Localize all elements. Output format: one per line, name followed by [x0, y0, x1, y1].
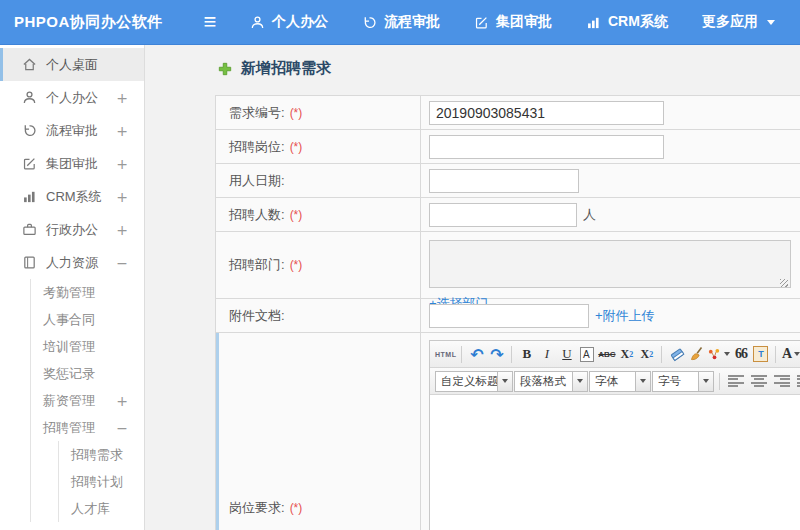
- sidebar-item-personnel-contract[interactable]: 人事合同: [31, 306, 144, 333]
- editor-toolbar-row1: HTML ↶ ↷ B I U A ABC X2 X2: [430, 341, 800, 368]
- user-icon: [250, 15, 265, 30]
- font-family-select[interactable]: 字体: [589, 371, 651, 392]
- app-logo: PHPOA协同办公软件: [0, 13, 192, 32]
- undo-button[interactable]: ↶: [467, 344, 486, 365]
- nav-item-personal-office[interactable]: 个人办公: [250, 13, 328, 31]
- user-icon: [22, 90, 37, 105]
- html-source-button[interactable]: HTML: [435, 344, 456, 365]
- format-painter-button[interactable]: [707, 344, 730, 365]
- nav-item-group-approval[interactable]: 集团审批: [474, 13, 552, 31]
- sidebar-item-reward-punishment-records[interactable]: 奖惩记录: [31, 360, 144, 387]
- nav-item-more-apps[interactable]: 更多应用: [702, 13, 775, 31]
- hr-submenu: 考勤管理 人事合同 培训管理 奖惩记录 薪资管理 + 招聘管理 − 招聘需求 招…: [30, 279, 144, 522]
- position-input[interactable]: [429, 135, 664, 159]
- redo-button[interactable]: ↷: [487, 344, 506, 365]
- char-border-button[interactable]: A: [580, 347, 594, 362]
- sidebar-item-personal-office[interactable]: 个人办公 +: [0, 81, 144, 114]
- chevron-down-icon: [724, 352, 730, 356]
- sidebar-item-human-resources[interactable]: 人力资源 −: [0, 246, 144, 279]
- expand-icon[interactable]: +: [116, 123, 128, 139]
- sidebar-item-personal-desktop[interactable]: 个人桌面: [0, 48, 144, 81]
- nav-label: CRM系统: [608, 13, 668, 31]
- form-row-headcount: 招聘人数: (*) 人: [216, 198, 800, 232]
- sidebar: 个人桌面 个人办公 + 流程审批 + 集团审批 + CRM系统 + 行政办公 +…: [0, 45, 145, 530]
- nav-item-workflow-approval[interactable]: 流程审批: [362, 13, 440, 31]
- field-label: 岗位要求:: [229, 499, 285, 517]
- date-input[interactable]: [429, 169, 579, 193]
- sidebar-item-recruitment-plan[interactable]: 招聘计划: [59, 468, 144, 495]
- nav-label: 集团审批: [496, 13, 552, 31]
- collapse-icon[interactable]: −: [116, 255, 128, 271]
- field-label: 招聘人数:: [229, 206, 285, 224]
- edit-icon: [22, 156, 37, 171]
- required-mark: (*): [290, 208, 303, 222]
- blockquote-button[interactable]: 66: [731, 344, 750, 365]
- collapse-icon[interactable]: −: [116, 420, 128, 436]
- eraser-button[interactable]: [667, 344, 686, 365]
- required-mark: (*): [290, 501, 303, 515]
- flow-icon: [362, 15, 377, 30]
- field-label: 招聘岗位:: [229, 138, 285, 156]
- chart-icon: [22, 189, 37, 204]
- nav-item-crm-system[interactable]: CRM系统: [586, 13, 668, 31]
- sidebar-item-attendance-management[interactable]: 考勤管理: [31, 279, 144, 306]
- strikethrough-button[interactable]: ABC: [597, 344, 616, 365]
- expand-icon[interactable]: +: [116, 222, 128, 238]
- field-label: 附件文档:: [229, 307, 285, 325]
- demand-no-input[interactable]: [429, 101, 664, 125]
- expand-icon[interactable]: +: [116, 156, 128, 172]
- expand-icon[interactable]: +: [116, 90, 128, 106]
- underline-button[interactable]: U: [557, 344, 576, 365]
- clipboard-icon: T: [753, 346, 768, 362]
- attachment-input[interactable]: [429, 304, 589, 328]
- required-mark: (*): [290, 258, 303, 272]
- flow-icon: [22, 123, 37, 138]
- top-nav: 个人办公 流程审批 集团审批 CRM系统 更多应用: [250, 13, 775, 31]
- edit-icon: [474, 15, 489, 30]
- expand-icon[interactable]: +: [116, 393, 128, 409]
- sidebar-item-training-management[interactable]: 培训管理: [31, 333, 144, 360]
- sidebar-item-recruitment-demand[interactable]: 招聘需求: [59, 441, 144, 468]
- sidebar-item-recruitment-management[interactable]: 招聘管理 −: [31, 414, 144, 441]
- format-brush-button[interactable]: [687, 344, 706, 365]
- field-label: 招聘部门:: [229, 256, 285, 274]
- sidebar-item-group-approval[interactable]: 集团审批 +: [0, 147, 144, 180]
- editor-content-area[interactable]: [430, 395, 800, 530]
- field-label: 用人日期:: [229, 172, 285, 190]
- sidebar-item-administrative-office[interactable]: 行政办公 +: [0, 213, 144, 246]
- toolbar-separator: [511, 346, 512, 363]
- chart-icon: [586, 15, 601, 30]
- align-center-button[interactable]: [751, 375, 767, 388]
- department-textarea-wrap: [429, 240, 791, 292]
- sidebar-item-label: 个人办公: [46, 89, 98, 107]
- bold-button[interactable]: B: [517, 344, 536, 365]
- hamburger-menu-icon[interactable]: ≡: [192, 11, 228, 33]
- superscript-button[interactable]: X2: [617, 344, 636, 365]
- chevron-down-icon: [635, 372, 650, 391]
- sidebar-item-crm-system[interactable]: CRM系统 +: [0, 180, 144, 213]
- font-color-button[interactable]: A: [781, 344, 800, 365]
- align-left-button[interactable]: [728, 375, 744, 388]
- department-textarea[interactable]: [429, 240, 791, 288]
- main-content: 新增招聘需求 需求编号: (*) 招聘岗位: (*) 用人日期:: [146, 45, 800, 530]
- sidebar-item-label: CRM系统: [46, 188, 102, 206]
- sidebar-item-workflow-approval[interactable]: 流程审批 +: [0, 114, 144, 147]
- italic-button[interactable]: I: [537, 344, 556, 365]
- sidebar-item-salary-management[interactable]: 薪资管理 +: [31, 387, 144, 414]
- headcount-unit: 人: [583, 206, 596, 224]
- expand-icon[interactable]: +: [116, 189, 128, 205]
- field-label: 需求编号:: [229, 104, 285, 122]
- attachment-upload-link[interactable]: +附件上传: [595, 307, 655, 325]
- paste-plain-button[interactable]: T: [751, 344, 770, 365]
- align-right-button[interactable]: [774, 375, 790, 388]
- top-bar: PHPOA协同办公软件 ≡ 个人办公 流程审批 集团审批 CRM系统 更多应用: [0, 0, 800, 45]
- form-row-demand-no: 需求编号: (*): [216, 96, 800, 130]
- paragraph-format-select[interactable]: 段落格式: [514, 371, 588, 392]
- custom-title-select[interactable]: 自定义标题: [435, 371, 513, 392]
- headcount-input[interactable]: [429, 203, 577, 227]
- sidebar-item-talent-pool[interactable]: 人才库: [59, 495, 144, 522]
- caret-down-icon: [767, 20, 775, 25]
- rich-text-editor: HTML ↶ ↷ B I U A ABC X2 X2: [429, 340, 800, 530]
- font-size-select[interactable]: 字号: [652, 371, 714, 392]
- subscript-button[interactable]: X2: [637, 344, 656, 365]
